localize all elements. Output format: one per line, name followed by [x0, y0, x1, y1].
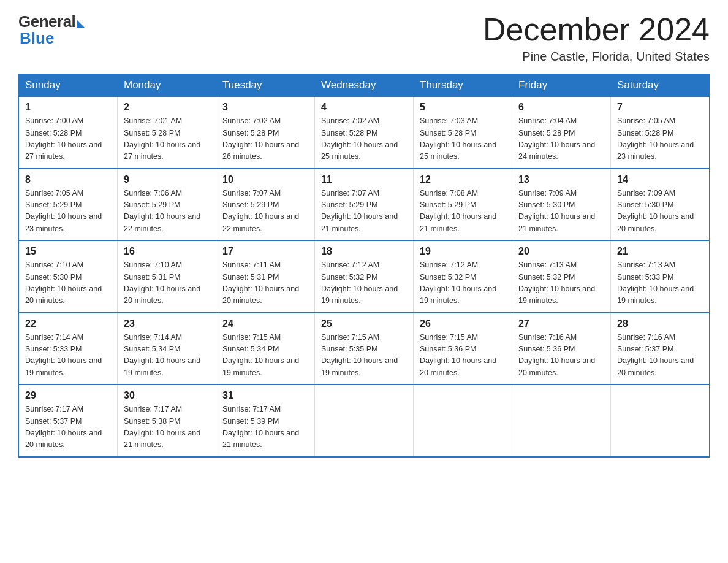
calendar-cell: 11Sunrise: 7:07 AMSunset: 5:29 PMDayligh…: [315, 169, 414, 241]
logo-blue-text: Blue: [20, 29, 54, 48]
day-info: Sunrise: 7:06 AMSunset: 5:29 PMDaylight:…: [124, 188, 210, 236]
calendar-cell: 21Sunrise: 7:13 AMSunset: 5:33 PMDayligh…: [611, 240, 710, 313]
day-number: 25: [321, 318, 407, 329]
day-info: Sunrise: 7:08 AMSunset: 5:29 PMDaylight:…: [420, 188, 506, 236]
calendar-header-tuesday: Tuesday: [216, 74, 315, 97]
calendar-cell: 30Sunrise: 7:17 AMSunset: 5:38 PMDayligh…: [118, 385, 216, 457]
day-info: Sunrise: 7:10 AMSunset: 5:31 PMDaylight:…: [124, 259, 210, 307]
calendar-cell: 29Sunrise: 7:17 AMSunset: 5:37 PMDayligh…: [19, 385, 118, 457]
calendar-week-row: 8Sunrise: 7:05 AMSunset: 5:29 PMDaylight…: [19, 169, 710, 241]
day-number: 31: [222, 390, 308, 401]
calendar-cell: [414, 385, 512, 457]
calendar-cell: [611, 385, 710, 457]
calendar-cell: 10Sunrise: 7:07 AMSunset: 5:29 PMDayligh…: [216, 169, 315, 241]
calendar-cell: 7Sunrise: 7:05 AMSunset: 5:28 PMDaylight…: [611, 97, 710, 169]
day-number: 24: [222, 318, 308, 329]
calendar-header-thursday: Thursday: [414, 74, 512, 97]
day-info: Sunrise: 7:10 AMSunset: 5:30 PMDaylight:…: [25, 259, 111, 307]
day-number: 2: [124, 102, 210, 113]
day-number: 26: [420, 318, 506, 329]
calendar-cell: 2Sunrise: 7:01 AMSunset: 5:28 PMDaylight…: [118, 97, 216, 169]
day-info: Sunrise: 7:17 AMSunset: 5:37 PMDaylight:…: [25, 404, 111, 451]
day-info: Sunrise: 7:17 AMSunset: 5:38 PMDaylight:…: [124, 404, 210, 451]
day-number: 1: [25, 102, 111, 113]
day-number: 18: [321, 246, 407, 257]
day-number: 14: [617, 174, 703, 185]
day-info: Sunrise: 7:13 AMSunset: 5:33 PMDaylight:…: [617, 259, 703, 307]
day-number: 8: [25, 174, 111, 185]
calendar-cell: [512, 385, 611, 457]
day-info: Sunrise: 7:09 AMSunset: 5:30 PMDaylight:…: [518, 188, 604, 236]
day-number: 23: [124, 318, 210, 329]
day-number: 29: [25, 390, 111, 401]
calendar-cell: 14Sunrise: 7:09 AMSunset: 5:30 PMDayligh…: [611, 169, 710, 241]
day-number: 12: [420, 174, 506, 185]
calendar-table: SundayMondayTuesdayWednesdayThursdayFrid…: [18, 74, 710, 458]
calendar-cell: 25Sunrise: 7:15 AMSunset: 5:35 PMDayligh…: [315, 313, 414, 385]
calendar-cell: 26Sunrise: 7:15 AMSunset: 5:36 PMDayligh…: [414, 313, 512, 385]
day-number: 28: [617, 318, 703, 329]
day-info: Sunrise: 7:12 AMSunset: 5:32 PMDaylight:…: [420, 259, 506, 307]
calendar-cell: 18Sunrise: 7:12 AMSunset: 5:32 PMDayligh…: [315, 240, 414, 313]
day-info: Sunrise: 7:11 AMSunset: 5:31 PMDaylight:…: [222, 259, 308, 307]
calendar-cell: 31Sunrise: 7:17 AMSunset: 5:39 PMDayligh…: [216, 385, 315, 457]
calendar-cell: [315, 385, 414, 457]
title-area: December 2024 Pine Castle, Florida, Unit…: [483, 12, 710, 64]
day-number: 21: [617, 246, 703, 257]
day-info: Sunrise: 7:00 AMSunset: 5:28 PMDaylight:…: [25, 115, 111, 163]
calendar-cell: 16Sunrise: 7:10 AMSunset: 5:31 PMDayligh…: [118, 240, 216, 313]
day-info: Sunrise: 7:14 AMSunset: 5:33 PMDaylight:…: [25, 332, 111, 380]
logo: General Blue: [18, 12, 85, 48]
calendar-cell: 13Sunrise: 7:09 AMSunset: 5:30 PMDayligh…: [512, 169, 611, 241]
day-info: Sunrise: 7:01 AMSunset: 5:28 PMDaylight:…: [124, 115, 210, 163]
day-number: 3: [222, 102, 308, 113]
day-info: Sunrise: 7:15 AMSunset: 5:34 PMDaylight:…: [222, 332, 308, 380]
day-number: 15: [25, 246, 111, 257]
calendar-cell: 9Sunrise: 7:06 AMSunset: 5:29 PMDaylight…: [118, 169, 216, 241]
day-number: 9: [124, 174, 210, 185]
day-number: 10: [222, 174, 308, 185]
day-info: Sunrise: 7:13 AMSunset: 5:32 PMDaylight:…: [518, 259, 604, 307]
day-info: Sunrise: 7:04 AMSunset: 5:28 PMDaylight:…: [518, 115, 604, 163]
calendar-cell: 17Sunrise: 7:11 AMSunset: 5:31 PMDayligh…: [216, 240, 315, 313]
calendar-cell: 23Sunrise: 7:14 AMSunset: 5:34 PMDayligh…: [118, 313, 216, 385]
day-number: 22: [25, 318, 111, 329]
day-number: 20: [518, 246, 604, 257]
calendar-header-wednesday: Wednesday: [315, 74, 414, 97]
calendar-week-row: 29Sunrise: 7:17 AMSunset: 5:37 PMDayligh…: [19, 385, 710, 457]
day-info: Sunrise: 7:03 AMSunset: 5:28 PMDaylight:…: [420, 115, 506, 163]
calendar-cell: 6Sunrise: 7:04 AMSunset: 5:28 PMDaylight…: [512, 97, 611, 169]
day-info: Sunrise: 7:16 AMSunset: 5:36 PMDaylight:…: [518, 332, 604, 380]
calendar-cell: 22Sunrise: 7:14 AMSunset: 5:33 PMDayligh…: [19, 313, 118, 385]
calendar-cell: 3Sunrise: 7:02 AMSunset: 5:28 PMDaylight…: [216, 97, 315, 169]
calendar-header-sunday: Sunday: [19, 74, 118, 97]
calendar-cell: 8Sunrise: 7:05 AMSunset: 5:29 PMDaylight…: [19, 169, 118, 241]
page-header: General Blue December 2024 Pine Castle, …: [18, 12, 710, 64]
calendar-cell: 15Sunrise: 7:10 AMSunset: 5:30 PMDayligh…: [19, 240, 118, 313]
day-number: 4: [321, 102, 407, 113]
calendar-cell: 4Sunrise: 7:02 AMSunset: 5:28 PMDaylight…: [315, 97, 414, 169]
day-info: Sunrise: 7:15 AMSunset: 5:36 PMDaylight:…: [420, 332, 506, 380]
day-info: Sunrise: 7:05 AMSunset: 5:28 PMDaylight:…: [617, 115, 703, 163]
month-title: December 2024: [483, 12, 710, 47]
day-info: Sunrise: 7:07 AMSunset: 5:29 PMDaylight:…: [222, 188, 308, 236]
day-info: Sunrise: 7:14 AMSunset: 5:34 PMDaylight:…: [124, 332, 210, 380]
day-number: 13: [518, 174, 604, 185]
location-subtitle: Pine Castle, Florida, United States: [483, 50, 710, 64]
calendar-cell: 1Sunrise: 7:00 AMSunset: 5:28 PMDaylight…: [19, 97, 118, 169]
logo-arrow-icon: [77, 20, 85, 28]
calendar-week-row: 22Sunrise: 7:14 AMSunset: 5:33 PMDayligh…: [19, 313, 710, 385]
day-number: 16: [124, 246, 210, 257]
day-number: 17: [222, 246, 308, 257]
calendar-header-monday: Monday: [118, 74, 216, 97]
day-number: 11: [321, 174, 407, 185]
day-number: 7: [617, 102, 703, 113]
day-number: 19: [420, 246, 506, 257]
calendar-cell: 20Sunrise: 7:13 AMSunset: 5:32 PMDayligh…: [512, 240, 611, 313]
calendar-cell: 28Sunrise: 7:16 AMSunset: 5:37 PMDayligh…: [611, 313, 710, 385]
calendar-cell: 5Sunrise: 7:03 AMSunset: 5:28 PMDaylight…: [414, 97, 512, 169]
day-number: 5: [420, 102, 506, 113]
day-info: Sunrise: 7:02 AMSunset: 5:28 PMDaylight:…: [222, 115, 308, 163]
calendar-header-friday: Friday: [512, 74, 611, 97]
day-info: Sunrise: 7:07 AMSunset: 5:29 PMDaylight:…: [321, 188, 407, 236]
